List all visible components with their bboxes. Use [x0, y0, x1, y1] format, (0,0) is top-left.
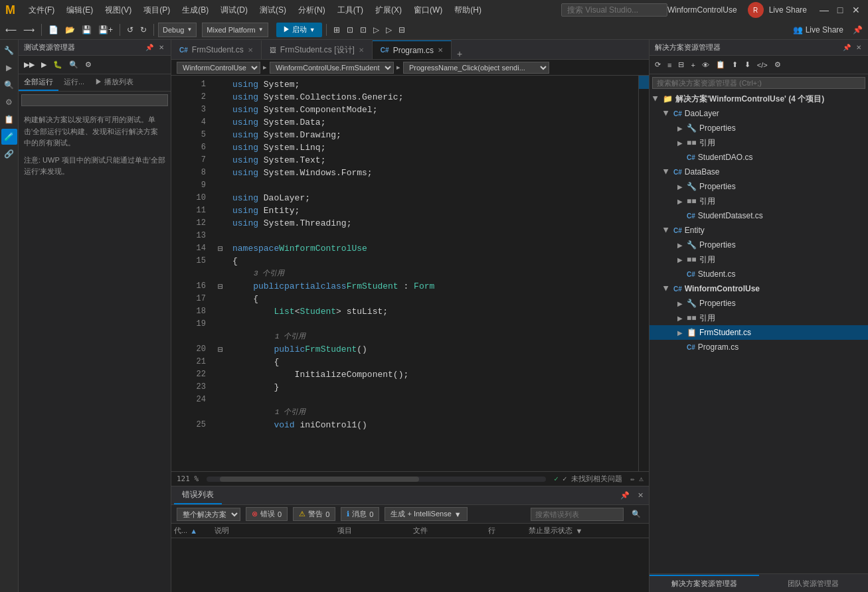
menu-edit[interactable]: 编辑(E)	[61, 3, 98, 17]
se-winform-props[interactable]: ▶ 🔧 Properties	[650, 296, 868, 311]
tab-add-btn[interactable]: +	[452, 48, 468, 59]
db-props-expand[interactable]: ▶	[676, 183, 684, 190]
debug-mode-dropdown[interactable]: Debug ▼	[158, 23, 197, 37]
menu-view[interactable]: 视图(V)	[100, 3, 137, 17]
toolbar-forward[interactable]: ⟶	[21, 24, 37, 36]
se-solution-root[interactable]: ▶ 📁 解决方案'WinformControlUse' (4 个项目)	[650, 92, 868, 106]
message-btn[interactable]: ℹ 消息 0	[341, 507, 379, 521]
sidebar-icon-3[interactable]: 🔍	[1, 77, 17, 93]
tab-run[interactable]: 运行...	[58, 74, 90, 91]
menu-help[interactable]: 帮助(H)	[449, 3, 487, 17]
tab-program-cs[interactable]: C# Program.cs ✕	[373, 40, 452, 59]
menu-window[interactable]: 窗口(W)	[408, 3, 448, 17]
se-database-dataset[interactable]: ▶ C# StudentDataset.cs	[650, 208, 868, 223]
toolbar-pin[interactable]: 📌	[850, 24, 865, 36]
test-search-input[interactable]	[21, 94, 168, 106]
menu-debug[interactable]: 调试(D)	[215, 3, 253, 17]
toolbar-back[interactable]: ⟵	[3, 24, 19, 36]
code-content[interactable]: using System; using System.Collections.G…	[227, 76, 638, 471]
fold-20[interactable]: ⊟	[214, 343, 227, 356]
method-dropdown[interactable]: ProgressName_Click(object sendi...	[403, 62, 549, 74]
se-daolayer-dao[interactable]: ▶ C# StudentDAO.cs	[650, 150, 868, 165]
maximize-btn[interactable]: □	[833, 3, 847, 17]
tab-close-2[interactable]: ✕	[359, 46, 364, 54]
menu-extensions[interactable]: 扩展(X)	[370, 3, 407, 17]
se-daolayer-props[interactable]: ▶ 🔧 Properties	[650, 121, 868, 135]
test-panel-pin[interactable]: 📌	[144, 42, 155, 52]
menu-test[interactable]: 测试(S)	[254, 3, 292, 17]
live-share-toolbar[interactable]: 👥 Live Share	[788, 24, 849, 36]
sidebar-icon-active[interactable]: 🧪	[1, 129, 17, 145]
se-footer-tab-solution[interactable]: 解决方案资源管理器	[650, 575, 759, 591]
se-project-database[interactable]: ▶ C# DataBase	[650, 165, 868, 179]
se-close[interactable]: ✕	[855, 42, 863, 52]
menu-project[interactable]: 项目(P)	[138, 3, 175, 17]
sidebar-icon-5[interactable]: 📋	[1, 111, 17, 127]
menu-file[interactable]: 文件(F)	[23, 3, 60, 17]
fold-14[interactable]: ⊟	[214, 242, 227, 255]
db-ref-expand[interactable]: ▶	[676, 197, 684, 205]
close-btn[interactable]: ✕	[849, 3, 863, 17]
error-btn[interactable]: ⊗ 错误 0	[246, 507, 288, 521]
database-expand[interactable]: ▶	[663, 168, 671, 176]
se-search-input[interactable]	[652, 77, 865, 89]
en-ref-expand[interactable]: ▶	[676, 256, 684, 263]
tab-playlist[interactable]: ▶ 播放列表	[90, 74, 139, 91]
sort-icon[interactable]: ▲	[190, 527, 197, 535]
toolbar-open[interactable]: 📂	[62, 24, 78, 36]
se-entity-ref[interactable]: ▶ ■■ 引用	[650, 252, 868, 267]
se-entity-props[interactable]: ▶ 🔧 Properties	[650, 238, 868, 252]
tab-frmstudent-design[interactable]: 🖼 FrmStudent.cs [设计] ✕	[262, 40, 373, 59]
se-settings[interactable]: ⚙	[772, 59, 784, 70]
se-database-ref[interactable]: ▶ ■■ 引用	[650, 194, 868, 208]
se-props[interactable]: 📋	[713, 59, 728, 70]
toolbar-save-all[interactable]: 💾+	[96, 24, 116, 36]
menu-tools[interactable]: 工具(T)	[332, 3, 369, 17]
tab-close-3[interactable]: ✕	[438, 46, 443, 54]
menu-analyze[interactable]: 分析(N)	[293, 3, 331, 17]
test-debug[interactable]: 🐛	[50, 59, 65, 70]
editor-scrollbar-right[interactable]	[638, 76, 649, 471]
scope-select[interactable]: 整个解决方案	[177, 508, 240, 521]
se-entity-student[interactable]: ▶ C# Student.cs	[650, 267, 868, 281]
sidebar-icon-2[interactable]: ▶	[1, 60, 17, 76]
error-search[interactable]	[531, 508, 624, 521]
menu-build[interactable]: 生成(B)	[177, 3, 214, 17]
en-props-expand[interactable]: ▶	[676, 241, 684, 249]
col-suppress-filter[interactable]: ▼	[575, 527, 582, 535]
platform-dropdown[interactable]: Mixed Platform ▼	[202, 23, 268, 37]
toolbar-redo[interactable]: ↻	[137, 24, 149, 36]
toolbar-extra-5[interactable]: ▷	[383, 24, 394, 36]
se-winform-program[interactable]: ▶ C# Program.cs	[650, 340, 868, 354]
se-winform-frm[interactable]: ▶ 📋 FrmStudent.cs	[650, 325, 868, 340]
toolbar-extra-1[interactable]: ⊞	[331, 24, 343, 36]
error-search-icon[interactable]: 🔍	[629, 508, 644, 520]
dl-ref-expand[interactable]: ▶	[676, 139, 684, 147]
se-project-daolayer[interactable]: ▶ C# DaoLayer	[650, 106, 868, 121]
test-panel-close[interactable]: ✕	[157, 42, 165, 52]
wf-ref-expand[interactable]: ▶	[676, 314, 684, 322]
panel-pin[interactable]: 📌	[618, 490, 632, 501]
test-run-all[interactable]: ▶▶	[21, 59, 37, 70]
se-new-file[interactable]: +	[688, 60, 697, 70]
namespace-dropdown[interactable]: WinformControlUse	[177, 62, 260, 74]
se-code[interactable]: </>	[754, 60, 770, 70]
scroll-h-container[interactable]	[207, 476, 546, 482]
toolbar-extra-6[interactable]: ⊟	[396, 24, 408, 36]
test-run[interactable]: ▶	[39, 59, 49, 70]
toolbar-undo[interactable]: ↺	[124, 24, 136, 36]
sidebar-icon-4[interactable]: ⚙	[1, 94, 17, 110]
se-daolayer-ref[interactable]: ▶ ■■ 引用	[650, 135, 868, 150]
minimize-btn[interactable]: —	[818, 3, 831, 17]
tab-error-list[interactable]: 错误列表	[174, 486, 222, 504]
sidebar-icon-6[interactable]: 🔗	[1, 146, 17, 162]
se-project-entity[interactable]: ▶ C# Entity	[650, 223, 868, 238]
se-database-props[interactable]: ▶ 🔧 Properties	[650, 179, 868, 194]
build-mode-btn[interactable]: 生成 + IntelliSense ▼	[385, 507, 467, 521]
se-collapse[interactable]: ⊟	[675, 59, 687, 70]
se-sync[interactable]: ⟳	[652, 59, 663, 70]
panel-close[interactable]: ✕	[635, 490, 646, 501]
toolbar-extra-4[interactable]: ▷	[371, 24, 382, 36]
daolayer-expand[interactable]: ▶	[663, 110, 671, 117]
live-share-btn[interactable]: Live Share	[769, 5, 807, 15]
